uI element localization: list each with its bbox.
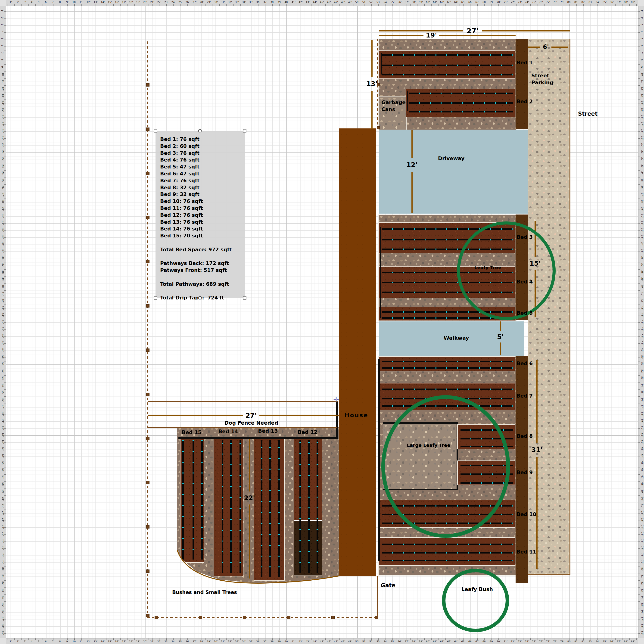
ruler-tick-label: 67': [475, 1, 479, 4]
gate-line[interactable]: [377, 576, 378, 618]
ruler-tick-label: 11': [80, 1, 84, 4]
large-leafy-tree-label[interactable]: Large Leafy Tree: [407, 442, 450, 448]
bed-5-label: Bed 5: [516, 310, 533, 316]
driveway-label[interactable]: Driveway: [438, 156, 465, 161]
ruler-tick-label: 42': [641, 299, 644, 303]
fence-line-west[interactable]: [147, 39, 148, 618]
ruler-tick-label: 48': [1, 341, 4, 345]
ruler-tick-label: 89': [641, 631, 644, 635]
ruler-tick-label: 44': [313, 1, 317, 4]
ruler-tick-label: 80': [567, 1, 571, 4]
info-line: Pathways Back: 172 sqft: [160, 260, 245, 267]
dim-driveway[interactable]: [411, 130, 413, 158]
dim-front_total[interactable]: [148, 415, 243, 416]
leafy-bush-ring[interactable]: [442, 569, 509, 632]
ruler-tick-label: 70': [641, 497, 644, 501]
dim-front_side[interactable]: [536, 360, 538, 443]
dim-back_total[interactable]: [482, 30, 570, 31]
garbage-cans-label[interactable]: Garbage Cans: [381, 99, 406, 113]
ruler-tick-label: 67': [475, 640, 479, 643]
dim-front_beds[interactable]: [249, 504, 250, 579]
info-line: [160, 274, 245, 281]
driveway-area[interactable]: [379, 130, 528, 214]
bed-14[interactable]: [214, 439, 243, 576]
dim-driveway[interactable]: [411, 172, 413, 213]
ruler-tick-label: 84': [641, 596, 644, 600]
fence-post: [331, 616, 335, 619]
ruler-tick-label: 8': [59, 1, 61, 4]
ruler-tick-label: 9': [66, 1, 68, 4]
bed-summary-text-box[interactable]: Bed 1: 76 sqftBed 2: 60 sqftBed 3: 76 sq…: [156, 131, 245, 298]
dim-parking[interactable]: [551, 47, 568, 48]
ruler-tick-label: 63': [447, 1, 451, 4]
house-shape[interactable]: [339, 128, 376, 576]
ruler-tick-label: 65': [641, 461, 644, 465]
ruler-tick-label: 49': [641, 348, 644, 352]
dim-front_total[interactable]: [259, 415, 339, 416]
ruler-tick-label: 71': [1, 504, 4, 508]
dim-front_beds[interactable]: [249, 439, 250, 492]
bed-1[interactable]: [379, 50, 515, 79]
plan-canvas[interactable]: House✛27'19'6'13'12'15'5'31'22'27'Bed 1B…: [0, 0, 644, 644]
spigot-icon[interactable]: ✛: [333, 396, 339, 403]
bed-12[interactable]: [294, 439, 322, 576]
selection-handle-mid[interactable]: [198, 296, 202, 300]
dim-back_side[interactable]: [371, 40, 373, 77]
dim-back_beds[interactable]: [439, 35, 516, 36]
bed-15[interactable]: [180, 439, 204, 563]
ruler-tick-label: 82': [582, 640, 585, 643]
leafy-bush-label[interactable]: Leafy Bush: [461, 586, 493, 592]
ruler-tick-label: 40': [1, 284, 4, 288]
street-parking-label[interactable]: Street Parking: [531, 72, 564, 86]
ruler-tick-label: 32': [641, 228, 644, 232]
ruler-tick-label: 25': [1, 178, 4, 182]
bed-2[interactable]: [406, 89, 515, 117]
ruler-tick-label: 29': [641, 207, 644, 211]
walkway-label[interactable]: Walkway: [444, 335, 469, 341]
fence-line-south[interactable]: [147, 617, 378, 618]
ruler-tick-label: 6': [1, 45, 4, 47]
bed-13[interactable]: [254, 439, 285, 581]
dog-fence-label[interactable]: Dog Fence Needed: [224, 420, 278, 426]
leafy-tree-label[interactable]: Leafy Tree: [474, 265, 501, 270]
selection-handle-corner[interactable]: [154, 296, 157, 300]
ruler-tick-label: 75': [532, 640, 536, 643]
ruler-tick-label: 11': [80, 640, 84, 643]
dim-back_side[interactable]: [371, 91, 373, 129]
gate-label[interactable]: Gate: [381, 582, 395, 589]
selection-handle-corner[interactable]: [243, 296, 246, 300]
ruler-tick-label: 15': [641, 108, 644, 112]
ruler-tick-label: 82': [641, 582, 644, 585]
dim-back_beds[interactable]: [379, 35, 423, 36]
pebble-path-front[interactable]: [177, 427, 340, 584]
ruler-tick-label: 51': [641, 362, 644, 366]
leafy-tree-ring[interactable]: [457, 221, 556, 320]
ruler-tick-label: 35': [1, 249, 4, 253]
dim-front_side[interactable]: [536, 457, 538, 569]
large-leafy-tree-ring[interactable]: [381, 395, 510, 538]
ruler-tick-label: 26': [641, 186, 644, 190]
dim-back_total[interactable]: [379, 30, 463, 31]
ruler-tick-label: 88': [1, 624, 4, 628]
dim-walkway[interactable]: [500, 342, 501, 355]
street-label[interactable]: Street: [578, 111, 598, 117]
bed-13-label: Bed 13: [258, 428, 278, 434]
ruler-tick-label: 66': [468, 1, 472, 4]
selection-handle-mid[interactable]: [198, 129, 202, 133]
bed-11[interactable]: [379, 537, 515, 566]
ruler-tick-label: 31': [221, 1, 225, 4]
selection-handle-corner[interactable]: [154, 129, 157, 133]
bushes-label[interactable]: Bushes and Small Trees: [172, 590, 237, 595]
ruler-tick-label: 59': [419, 640, 423, 643]
selection-handle-corner[interactable]: [243, 129, 246, 133]
ruler-tick-label: 13': [1, 94, 4, 98]
bed-6[interactable]: [379, 357, 515, 371]
ruler-tick-label: 86': [610, 640, 614, 643]
dim-walkway[interactable]: [500, 321, 501, 331]
ruler-tick-label: 19': [1, 136, 4, 140]
ruler-tick-label: 50': [641, 355, 644, 359]
ruler-tick-label: 30': [1, 214, 4, 218]
dim-parking[interactable]: [528, 47, 540, 48]
ruler-tick-label: 28': [200, 1, 204, 4]
ruler-tick-label: 14': [641, 101, 644, 105]
